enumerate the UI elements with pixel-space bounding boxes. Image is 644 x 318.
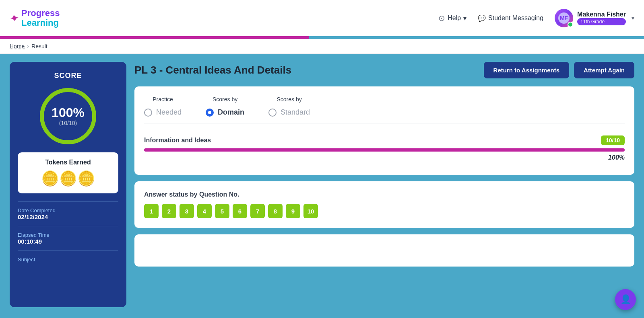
- user-name: Makenna Fisher: [577, 11, 626, 18]
- question-number-8[interactable]: 8: [268, 204, 283, 218]
- time-key: Elapsed Time: [18, 232, 118, 238]
- tokens-label: Tokens Earned: [24, 159, 112, 166]
- right-content: PL 3 - Central Ideas And Details Return …: [134, 62, 634, 307]
- score-circle: 100% (10/10): [40, 88, 96, 144]
- title-row: PL 3 - Central Ideas And Details Return …: [134, 62, 634, 78]
- attempt-again-button[interactable]: Attempt Again: [574, 62, 634, 78]
- filter-scores-standard[interactable]: Scores by Standard: [268, 96, 310, 117]
- progress-bar-bg: [144, 148, 625, 152]
- divider-2: [18, 226, 118, 226]
- filter-radio-group: Practice Needed Scores by Domain Scores …: [144, 96, 625, 123]
- subject-key: Subject: [18, 256, 118, 263]
- logo: ✦ Progress Learning: [10, 8, 60, 28]
- help-icon: ⊙: [438, 13, 445, 23]
- breadcrumb: Home › Result: [10, 43, 634, 49]
- messaging-button[interactable]: 💬 Student Messaging: [478, 14, 543, 22]
- chat-bubble-icon: 👤: [620, 294, 631, 305]
- scores-standard-top: Scores by: [277, 96, 301, 103]
- breadcrumb-home[interactable]: Home: [10, 43, 25, 49]
- title-buttons: Return to Assignments Attempt Again: [484, 62, 634, 78]
- divider-3: [18, 250, 118, 251]
- help-chevron-icon: ▾: [463, 14, 466, 22]
- scores-domain-label: Domain: [218, 108, 244, 117]
- practice-needed-top: Practice: [153, 96, 173, 103]
- score-percent: 100%: [52, 106, 85, 119]
- logo-learning: Learning: [21, 18, 60, 28]
- user-area[interactable]: MF Makenna Fisher 11th Grade ▾: [555, 9, 634, 27]
- user-grade: 11th Grade: [577, 18, 626, 25]
- question-number-1[interactable]: 1: [144, 204, 159, 218]
- scores-standard-radio[interactable]: [268, 109, 277, 117]
- time-row: Elapsed Time 00:10:49: [18, 232, 118, 245]
- header-accent-bar: [0, 36, 644, 39]
- main-content: SCORE 100% (10/10) Tokens Earned 🪙🪙🪙 Dat…: [0, 54, 644, 315]
- filter-practice-needed[interactable]: Practice Needed: [144, 96, 182, 117]
- question-number-6[interactable]: 6: [233, 204, 247, 218]
- avatar-initials: MF: [558, 12, 570, 24]
- messaging-icon: 💬: [478, 14, 486, 22]
- tokens-box: Tokens Earned 🪙🪙🪙: [18, 152, 118, 193]
- header: ✦ Progress Learning ⊙ Help ▾ 💬 Student M…: [0, 0, 644, 36]
- help-button[interactable]: ⊙ Help ▾: [438, 13, 466, 23]
- date-row: Date Completed 02/12/2024: [18, 207, 118, 220]
- subject-row: Subject: [18, 256, 118, 263]
- domain-percent: 100%: [144, 154, 625, 161]
- scores-standard-row: Standard: [268, 108, 310, 117]
- question-number-2[interactable]: 2: [162, 204, 176, 218]
- question-number-3[interactable]: 3: [180, 204, 194, 218]
- chat-bubble-button[interactable]: 👤: [615, 289, 636, 310]
- practice-needed-radio[interactable]: [144, 109, 152, 117]
- question-number-9[interactable]: 9: [286, 204, 300, 218]
- tokens-coins: 🪙🪙🪙: [24, 170, 112, 187]
- question-numbers: 12345678910: [144, 204, 625, 218]
- messaging-label: Student Messaging: [488, 14, 543, 22]
- domain-score-badge: 10/10: [601, 135, 625, 145]
- scores-domain-top: Scores by: [213, 96, 237, 103]
- date-val: 02/12/2024: [18, 213, 118, 220]
- header-nav: ⊙ Help ▾ 💬 Student Messaging MF Makenna …: [438, 9, 634, 27]
- breadcrumb-current: Result: [31, 43, 47, 49]
- user-info: Makenna Fisher 11th Grade: [577, 11, 626, 25]
- score-heading: SCORE: [18, 72, 118, 80]
- domain-name: Information and Ideas: [144, 137, 211, 144]
- scores-standard-label: Standard: [281, 108, 310, 117]
- practice-needed-row: Needed: [144, 108, 182, 117]
- filter-scores-domain[interactable]: Scores by Domain: [206, 96, 244, 117]
- scores-domain-radio[interactable]: [206, 109, 214, 117]
- question-number-4[interactable]: 4: [197, 204, 212, 218]
- scores-domain-row: Domain: [206, 108, 244, 117]
- score-circle-container: 100% (10/10): [18, 88, 118, 144]
- logo-text: Progress Learning: [21, 8, 60, 28]
- divider-1: [18, 201, 118, 202]
- progress-bar-fill: [144, 148, 625, 152]
- return-to-assignments-button[interactable]: Return to Assignments: [484, 62, 569, 78]
- question-number-7[interactable]: 7: [250, 204, 265, 218]
- practice-needed-label: Needed: [156, 108, 182, 117]
- logo-star-icon: ✦: [8, 11, 20, 25]
- avatar: MF: [555, 9, 573, 27]
- page-title: PL 3 - Central Ideas And Details: [134, 64, 291, 76]
- user-chevron-icon: ▾: [632, 15, 634, 21]
- question-number-5[interactable]: 5: [215, 204, 229, 218]
- breadcrumb-separator: ›: [27, 43, 29, 49]
- scores-card: Practice Needed Scores by Domain Scores …: [134, 86, 634, 175]
- score-panel: SCORE 100% (10/10) Tokens Earned 🪙🪙🪙 Dat…: [10, 62, 126, 307]
- domain-header: Information and Ideas 10/10: [144, 135, 625, 145]
- bottom-card: [134, 234, 634, 267]
- help-label: Help: [448, 14, 461, 22]
- answer-status-card: Answer status by Question No. 1234567891…: [134, 181, 634, 228]
- score-fraction: (10/10): [59, 120, 77, 126]
- time-val: 00:10:49: [18, 238, 118, 245]
- answer-status-label: Answer status by Question No.: [144, 191, 625, 198]
- logo-progress: Progress: [21, 8, 60, 18]
- breadcrumb-bar: Home › Result: [0, 39, 644, 54]
- online-badge: [568, 22, 573, 27]
- domain-row: Information and Ideas 10/10 100%: [144, 131, 625, 165]
- question-number-10[interactable]: 10: [303, 204, 318, 218]
- date-key: Date Completed: [18, 207, 118, 213]
